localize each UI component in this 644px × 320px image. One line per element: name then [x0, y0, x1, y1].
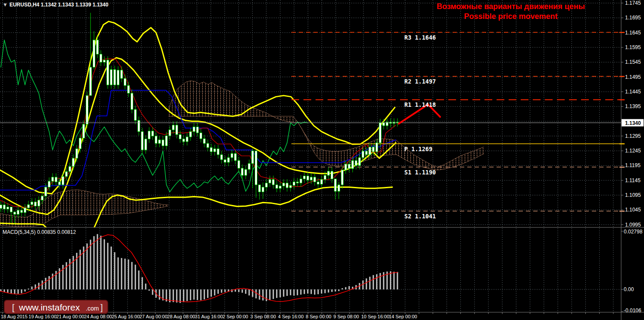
time-tick-label: 14 Sep 00:00 [389, 314, 417, 319]
candle-body [159, 140, 161, 143]
time-tick-label: 3 Sep 08:00 [250, 314, 276, 319]
macd-indicator-label: MACD(5,34,5) 0.00835 0.00812 [3, 229, 76, 235]
candle-body [279, 186, 281, 188]
candle-body [376, 143, 378, 152]
candle-body [100, 54, 102, 62]
candle-body [141, 132, 144, 150]
candle-body [138, 121, 140, 132]
candle-body [345, 164, 347, 170]
candle-body [283, 183, 285, 186]
candle-body [224, 160, 226, 162]
pivot-label-p: P 1.1269 [404, 146, 432, 152]
candle-body [217, 149, 219, 155]
instaforex-watermark: [ www.instaforex .com ] [4, 300, 108, 314]
candle-body [152, 131, 154, 136]
time-tick-label: 24 Aug 08:00 [84, 314, 112, 319]
candle-body [183, 139, 185, 142]
candle-body [366, 151, 368, 155]
candle-body [97, 40, 99, 54]
annotation-line-en: Possible price movement [464, 12, 557, 21]
candle-body [62, 177, 64, 185]
price-tick-label: 1.1095 [625, 192, 641, 198]
candle-body [114, 70, 116, 85]
time-tick-label: 21 Aug 00:00 [56, 314, 84, 319]
candle-body [266, 183, 268, 187]
candle-body [48, 181, 50, 187]
time-tick-label: 10 Sep 16:00 [361, 314, 389, 319]
candle-body [148, 131, 150, 139]
time-tick-label: 31 Aug 16:00 [195, 314, 223, 319]
candle-body [24, 208, 26, 213]
price-tick-label: 1.1645 [625, 30, 641, 36]
candle-body [303, 176, 306, 179]
candle-body [310, 177, 313, 180]
candle-body [155, 136, 157, 143]
pivot-axis-tick-r2 [619, 76, 625, 77]
candle-body [372, 147, 375, 152]
candle-body [214, 149, 216, 152]
candle-body [328, 171, 330, 176]
price-tick-label: 1.1695 [625, 15, 641, 21]
candle-body [59, 182, 61, 185]
candle-body [228, 158, 230, 162]
candle-body [190, 132, 192, 137]
macd-tick-label: 0.02798 [624, 229, 643, 235]
candle-body [134, 109, 137, 120]
watermark-url-suffix: .com [86, 305, 99, 312]
candle-body [124, 78, 126, 85]
watermark-url: www.instaforex [19, 302, 80, 312]
watermark-bracket-left: [ [12, 303, 15, 312]
candle-body [110, 70, 113, 85]
candle-body [352, 161, 354, 169]
candle-body [176, 125, 178, 134]
symbol-title: ▼EURUSD,H4 1.1342 1.1343 1.1339 1.1340 [3, 2, 109, 8]
candle-body [41, 196, 44, 200]
candle-body [297, 182, 299, 183]
pivot-axis-tick-p [619, 143, 625, 144]
candle-body [169, 130, 171, 136]
candle-body [93, 40, 95, 67]
candle-body [117, 70, 119, 85]
candle-body [286, 183, 288, 188]
candle-body [210, 148, 213, 152]
time-tick-label: 18 Aug 2015 [1, 314, 28, 319]
candle-body [348, 164, 350, 168]
candle-body [200, 133, 202, 139]
candle-body [362, 151, 364, 158]
candle-body [383, 123, 385, 126]
candle-body [38, 200, 40, 206]
candle-body [166, 136, 168, 146]
candle-body [197, 127, 199, 133]
price-tick-label: 1.1145 [625, 177, 641, 183]
candle-body [238, 161, 240, 168]
time-tick-label: 9 Sep 08:00 [334, 314, 359, 319]
candle-body [7, 207, 9, 209]
candle-body [272, 180, 275, 185]
candle-body [128, 86, 130, 93]
pivot-axis-tick-r1 [619, 99, 625, 100]
time-tick-label: 4 Sep 16:00 [278, 314, 303, 319]
pivot-label-r1: R1 1.1418 [404, 101, 436, 108]
price-tick-label: 1.1545 [625, 59, 641, 65]
price-tick-label: 1.1495 [625, 74, 641, 80]
candle-body [76, 149, 78, 158]
candle-body [79, 138, 81, 149]
time-tick-label: 19 Aug 16:00 [28, 314, 56, 319]
candle-body [186, 137, 188, 142]
candle-body [300, 179, 302, 183]
candle-body [255, 151, 257, 185]
candle-body [162, 140, 164, 146]
candle-body [31, 202, 33, 205]
candle-body [17, 210, 19, 214]
forex-chart-window[interactable]: R3 1.1646R2 1.1497R1 1.1418P 1.1269S1 1.… [0, 0, 644, 320]
price-tick-label: 1.1595 [625, 44, 641, 50]
price-tick-label: 1.1445 [625, 89, 641, 95]
candle-body [193, 127, 195, 132]
candle-body [259, 185, 261, 192]
candle-body [324, 175, 326, 180]
pivot-axis-tick-r3 [619, 32, 625, 33]
time-tick-label: 28 Aug 08:00 [167, 314, 195, 319]
pivot-label-s1: S1 1.1190 [404, 169, 436, 176]
pivot-label-r2: R2 1.1497 [404, 78, 436, 85]
candle-body [28, 205, 30, 208]
